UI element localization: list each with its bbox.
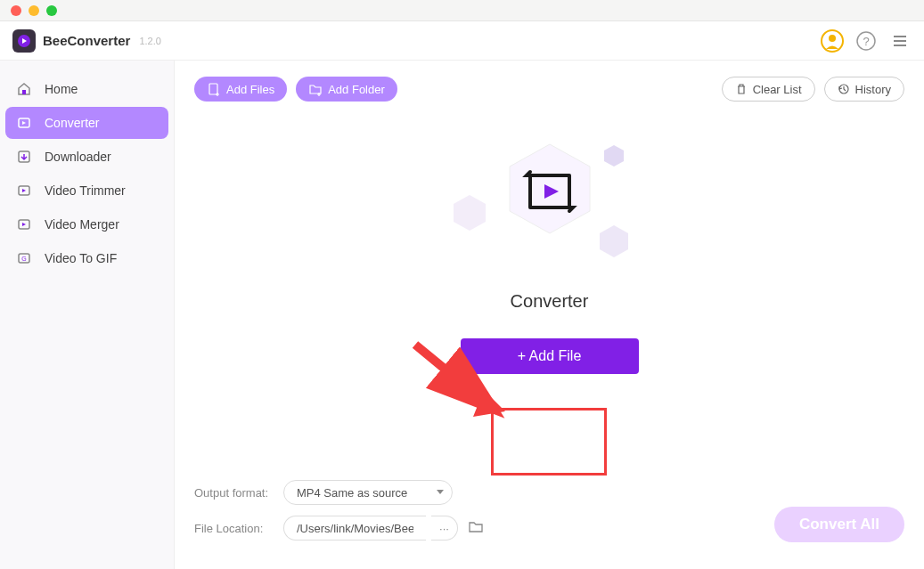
svg-marker-17: [454, 195, 486, 231]
add-file-button[interactable]: + Add File: [461, 338, 639, 374]
app-name: BeeConverter: [43, 33, 130, 48]
svg-point-2: [829, 35, 836, 42]
toolbar: Add Files Add Folder Clear List History: [175, 61, 924, 102]
help-icon[interactable]: ?: [854, 29, 878, 53]
file-location-input[interactable]: [283, 516, 426, 541]
add-folder-icon: [308, 82, 323, 96]
sidebar-item-video-trimmer[interactable]: Video Trimmer: [5, 175, 168, 207]
history-button[interactable]: History: [824, 77, 904, 102]
window-maximize-button[interactable]: [46, 5, 57, 16]
sidebar-item-converter[interactable]: Converter: [5, 107, 168, 139]
converter-illustration: [461, 140, 639, 264]
empty-canvas: Converter + Add File: [175, 102, 924, 466]
file-location-label: File Location:: [194, 522, 283, 535]
svg-marker-23: [473, 390, 505, 417]
add-files-icon: [207, 82, 221, 96]
sidebar-item-home[interactable]: Home: [5, 73, 168, 105]
sidebar-item-label: Video Trimmer: [45, 183, 126, 198]
history-icon: [838, 83, 850, 95]
merger-icon: [16, 216, 32, 232]
svg-text:G: G: [21, 256, 26, 262]
sidebar-item-video-to-gif[interactable]: G Video To GIF: [5, 242, 168, 274]
sidebar-item-video-merger[interactable]: Video Merger: [5, 208, 168, 240]
svg-text:?: ?: [863, 35, 869, 48]
clear-list-button[interactable]: Clear List: [722, 77, 815, 102]
add-files-button[interactable]: Add Files: [194, 77, 287, 102]
sidebar-item-downloader[interactable]: Downloader: [5, 141, 168, 173]
convert-all-button[interactable]: Convert All: [774, 507, 904, 542]
converter-icon: [16, 115, 32, 131]
user-account-icon[interactable]: [821, 29, 844, 53]
sidebar-item-label: Home: [45, 82, 78, 96]
output-format-select[interactable]: MP4 Same as source: [283, 480, 453, 505]
svg-marker-18: [604, 145, 624, 167]
app-header: BeeConverter 1.2.0 ?: [0, 21, 924, 61]
folder-icon: [467, 518, 485, 536]
sidebar-item-label: Video Merger: [45, 217, 119, 232]
svg-rect-8: [22, 90, 26, 94]
window-titlebar: [0, 0, 924, 21]
app-logo: [12, 29, 36, 53]
sidebar: Home Converter Downloader Video Trimmer …: [0, 61, 175, 569]
sidebar-item-label: Converter: [45, 116, 99, 130]
app-version: 1.2.0: [139, 36, 160, 46]
output-format-label: Output format:: [194, 486, 283, 500]
svg-marker-19: [600, 225, 628, 257]
content-area: Add Files Add Folder Clear List History: [175, 61, 924, 569]
sidebar-item-label: Downloader: [45, 150, 111, 164]
window-minimize-button[interactable]: [29, 5, 39, 16]
window-close-button[interactable]: [11, 5, 21, 16]
gif-icon: G: [16, 250, 32, 266]
file-location-more-button[interactable]: ···: [431, 516, 458, 541]
annotation-highlight-box: [491, 408, 607, 476]
menu-icon[interactable]: [888, 29, 912, 53]
svg-rect-15: [209, 84, 217, 94]
trimmer-icon: [16, 183, 32, 199]
sidebar-item-label: Video To GIF: [45, 251, 117, 265]
home-icon: [16, 81, 32, 97]
trash-icon: [735, 83, 748, 95]
page-title: Converter: [511, 291, 589, 312]
add-folder-button[interactable]: Add Folder: [296, 77, 397, 102]
browse-folder-button[interactable]: [467, 518, 485, 539]
download-icon: [16, 149, 32, 165]
